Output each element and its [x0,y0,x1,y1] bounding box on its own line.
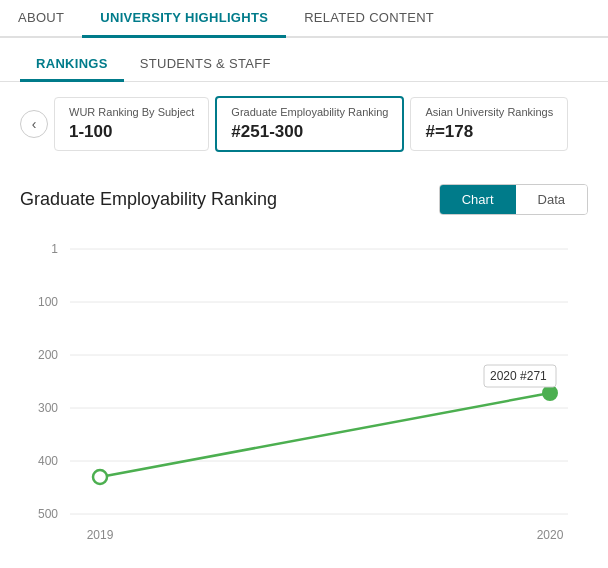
toggle-chart-button[interactable]: Chart [440,185,516,214]
x-label-2020: 2020 [537,528,564,542]
top-nav-university-highlights[interactable]: UNIVERSITY HIGHLIGHTS [82,0,286,38]
graduate-card-value: #251-300 [231,122,388,142]
sub-nav-rankings[interactable]: RANKINGS [20,48,124,82]
y-label-1: 1 [51,242,58,256]
sub-nav-students-staff[interactable]: STUDENTS & STAFF [124,48,287,82]
wur-card-title: WUR Ranking By Subject [69,106,194,118]
chart-section: Graduate Employability Ranking Chart Dat… [0,166,608,568]
y-label-300: 300 [38,401,58,415]
data-point-2019 [93,470,107,484]
graduate-card-title: Graduate Employability Ranking [231,106,388,118]
rankings-scroll: ‹ WUR Ranking By Subject 1-100 Graduate … [0,82,608,166]
y-label-200: 200 [38,348,58,362]
chart-line [100,393,550,477]
chart-header: Graduate Employability Ranking Chart Dat… [20,184,588,215]
y-label-400: 400 [38,454,58,468]
asian-card-title: Asian University Rankings [425,106,553,118]
top-nav-about[interactable]: ABOUT [0,0,82,38]
data-point-2020 [543,386,557,400]
tooltip-text: 2020 #271 [490,369,547,383]
y-label-500: 500 [38,507,58,521]
chart-toggle: Chart Data [439,184,588,215]
toggle-data-button[interactable]: Data [516,185,587,214]
asian-card-value: #=178 [425,122,553,142]
chart-title: Graduate Employability Ranking [20,189,277,210]
ranking-card-wur[interactable]: WUR Ranking By Subject 1-100 [54,97,209,151]
chart-svg: 1 100 200 300 400 500 [20,229,588,568]
sub-nav: RANKINGS STUDENTS & STAFF [0,38,608,82]
ranking-card-asian[interactable]: Asian University Rankings #=178 [410,97,568,151]
ranking-card-graduate[interactable]: Graduate Employability Ranking #251-300 [215,96,404,152]
scroll-left-button[interactable]: ‹ [20,110,48,138]
top-nav-related-content[interactable]: RELATED CONTENT [286,0,452,38]
chart-container: 1 100 200 300 400 500 [20,229,588,568]
x-label-2019: 2019 [87,528,114,542]
top-nav: ABOUT UNIVERSITY HIGHLIGHTS RELATED CONT… [0,0,608,38]
wur-card-value: 1-100 [69,122,194,142]
y-label-100: 100 [38,295,58,309]
